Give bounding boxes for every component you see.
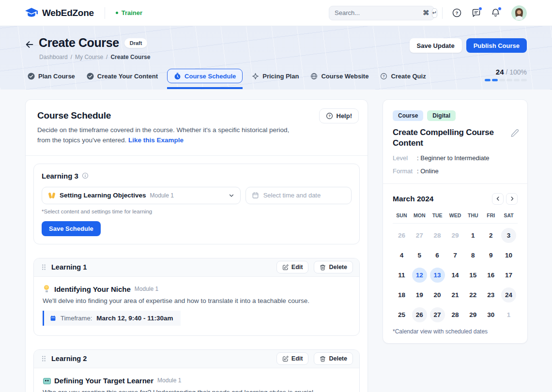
- learning-topic-title: Identifying Your Niche: [54, 285, 131, 293]
- calendar-day[interactable]: 28: [446, 305, 464, 325]
- example-link[interactable]: Like this Example: [128, 136, 184, 144]
- learning-3-form: Learning 3 Setting Learning Objectives M…: [33, 164, 360, 244]
- calendar-day[interactable]: 2: [482, 226, 500, 245]
- calendar-day[interactable]: 18: [393, 285, 411, 305]
- learning-description: Who are you creating this course for? Un…: [43, 389, 351, 392]
- calendar-day[interactable]: 16: [482, 265, 500, 285]
- drag-handle-icon[interactable]: [41, 355, 46, 362]
- notification-dot: [498, 7, 502, 11]
- breadcrumb-my-course[interactable]: My Course: [75, 54, 103, 60]
- brand-logo[interactable]: WebEdZone: [25, 8, 94, 18]
- calendar-day[interactable]: 27: [411, 226, 429, 245]
- tab-plan-course[interactable]: Plan Course: [25, 69, 77, 83]
- calendar-day[interactable]: 3: [500, 226, 518, 245]
- course-type-badge: Course: [393, 110, 423, 121]
- date-time-input[interactable]: Select time and date: [245, 187, 352, 204]
- content-select[interactable]: Setting Learning Objectives Module 1: [42, 187, 241, 204]
- search-box[interactable]: ⌘ ↵: [329, 6, 434, 20]
- select-module: Module 1: [150, 192, 174, 199]
- top-bar: WebEdZone Trainer ⌘ ↵ ?: [0, 0, 552, 26]
- calendar-day[interactable]: 20: [429, 285, 446, 305]
- delete-button[interactable]: Delete: [314, 352, 353, 365]
- course-title: Create Compelling Course Content: [393, 127, 518, 149]
- info-icon[interactable]: [82, 172, 89, 179]
- schedule-timer-icon: [174, 73, 181, 80]
- bell-icon[interactable]: [489, 7, 502, 19]
- calendar-day[interactable]: 6: [429, 245, 446, 265]
- delete-button-label: Delete: [329, 264, 347, 271]
- calendar-day[interactable]: 25: [393, 305, 411, 325]
- calendar-day[interactable]: 1: [464, 226, 482, 245]
- calendar-day[interactable]: 28: [429, 226, 446, 245]
- edit-button[interactable]: Edit: [276, 352, 309, 365]
- role-badge: Trainer: [116, 9, 142, 16]
- section-description: Decide on the timeframe covered in the c…: [37, 125, 301, 146]
- calendar-day[interactable]: 27: [429, 305, 446, 325]
- learning-list: Learning 1 Edit Delete: [33, 258, 360, 392]
- breadcrumb-dashboard[interactable]: Dashboard: [39, 54, 68, 60]
- messages-icon[interactable]: [470, 7, 482, 19]
- tab-create-quiz[interactable]: ? Create Quiz: [378, 69, 428, 83]
- calendar-day[interactable]: 29: [446, 226, 464, 245]
- calendar-day[interactable]: 9: [482, 245, 500, 265]
- calendar-day[interactable]: 24: [500, 285, 518, 305]
- divider: [105, 7, 105, 19]
- course-progress: 24 / 100%: [485, 68, 527, 81]
- back-arrow-icon[interactable]: [24, 39, 35, 50]
- tab-label: Pricing Plan: [262, 73, 299, 80]
- calendar-day[interactable]: 14: [446, 265, 464, 285]
- calendar-note: *Calendar view with scheduled dates: [393, 328, 518, 335]
- calendar-day[interactable]: 11: [393, 265, 411, 285]
- delete-button[interactable]: Delete: [314, 261, 353, 273]
- edit-pencil-icon[interactable]: [510, 129, 519, 137]
- calendar-day[interactable]: 21: [446, 285, 464, 305]
- calendar-day[interactable]: 1: [500, 305, 518, 325]
- next-month-button[interactable]: [506, 193, 518, 205]
- learning-module: Module 1: [135, 286, 158, 292]
- format-label: Format: [393, 167, 417, 175]
- calendar-day[interactable]: 22: [464, 285, 482, 305]
- tab-create-your-content[interactable]: Create Your Content: [84, 69, 160, 83]
- calendar-day[interactable]: 23: [482, 285, 500, 305]
- drag-handle-icon[interactable]: [41, 264, 46, 271]
- save-schedule-button[interactable]: Save Schedule: [42, 221, 101, 236]
- tab-label: Plan Course: [38, 73, 75, 80]
- calendar-day[interactable]: 10: [500, 245, 518, 265]
- tab-pricing-plan[interactable]: Pricing Plan: [249, 69, 301, 83]
- tab-course-schedule[interactable]: Course Schedule: [167, 69, 243, 83]
- tab-label: Course Schedule: [184, 73, 236, 80]
- check-circle-icon: [28, 73, 35, 80]
- calendar-day[interactable]: 19: [411, 285, 429, 305]
- calendar-day[interactable]: 5: [411, 245, 429, 265]
- calendar-day[interactable]: 12: [411, 265, 429, 285]
- calendar-day[interactable]: 7: [446, 245, 464, 265]
- avatar[interactable]: [511, 5, 527, 21]
- edit-button[interactable]: Edit: [276, 261, 309, 273]
- question-circle-icon: ?: [380, 73, 387, 80]
- help-button[interactable]: ? Help!: [319, 108, 359, 123]
- calendar-day[interactable]: 4: [393, 245, 411, 265]
- raised-hands-icon: [48, 192, 56, 199]
- calendar-day[interactable]: 8: [464, 245, 482, 265]
- progress-current: 24: [496, 68, 504, 76]
- weekday-label: WED: [446, 212, 464, 218]
- help-icon[interactable]: ?: [450, 7, 463, 19]
- breadcrumb-current: Create Course: [110, 54, 150, 60]
- calendar-day[interactable]: 26: [411, 305, 429, 325]
- page-title: Create Course: [39, 36, 119, 50]
- tab-course-website[interactable]: Course Website: [308, 69, 371, 83]
- svg-text:?: ?: [383, 74, 385, 78]
- progress-segments: [485, 79, 527, 81]
- save-update-button[interactable]: Save Update: [410, 38, 462, 53]
- calendar-day[interactable]: 17: [500, 265, 518, 285]
- calendar-day[interactable]: 29: [464, 305, 482, 325]
- prev-month-button[interactable]: [492, 193, 504, 205]
- publish-course-button[interactable]: Publish Course: [466, 38, 527, 53]
- calendar-month: March 2024: [393, 195, 433, 203]
- delete-button-label: Delete: [329, 355, 347, 362]
- calendar-day[interactable]: 13: [429, 265, 446, 285]
- search-input[interactable]: [335, 9, 420, 16]
- calendar-day[interactable]: 26: [393, 226, 411, 245]
- calendar-day[interactable]: 15: [464, 265, 482, 285]
- calendar-day[interactable]: 30: [482, 305, 500, 325]
